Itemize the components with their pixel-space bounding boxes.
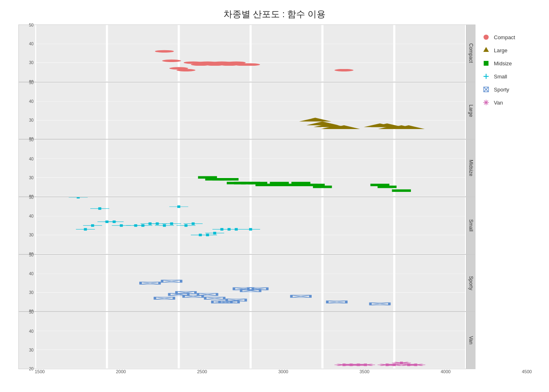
facet-svg-van	[35, 312, 466, 369]
facet-label-col-compact: Compact	[466, 25, 475, 82]
x-tick: 3500	[359, 369, 369, 374]
facet-plot-van	[35, 312, 466, 369]
facet-label-col-sporty: Sporty	[466, 255, 475, 312]
x-tick: 4000	[441, 369, 451, 374]
legend-item: Large	[482, 46, 515, 55]
y-tick-30: 30	[29, 60, 33, 65]
facet-svg-small	[35, 197, 466, 254]
legend: CompactLargeMidsize Small Sporty Van	[475, 24, 541, 369]
legend-label: Midsize	[494, 60, 512, 67]
y-tick-50: 50	[29, 310, 33, 314]
x-tick: 3000	[278, 369, 288, 374]
legend-label: Van	[494, 100, 503, 106]
facet-svg-sporty	[35, 255, 466, 312]
facet-compact: 50403020Compact	[18, 24, 475, 82]
facet-van: 50403020Van	[18, 312, 475, 369]
y-tick-30: 30	[29, 347, 33, 352]
legend-icon-van	[482, 98, 491, 107]
x-tick: 1500	[35, 369, 45, 374]
facet-plot-small	[35, 197, 466, 254]
legend-item: Van	[482, 98, 515, 107]
facet-svg-compact	[35, 25, 466, 82]
legend-item: Sporty	[482, 85, 515, 94]
facet-plot-midsize	[35, 140, 466, 196]
legend-label: Large	[494, 47, 507, 53]
y-tick-40: 40	[29, 156, 33, 161]
y-tick-40: 40	[29, 271, 33, 276]
y-tick-50: 50	[29, 80, 33, 85]
y-tick-50: 50	[29, 138, 33, 142]
facet-plot-large	[35, 82, 466, 139]
x-tick: 2500	[197, 369, 207, 374]
facet-svg-large	[35, 82, 466, 139]
data-point	[176, 69, 195, 71]
y-tick-30: 30	[29, 290, 33, 295]
data-point	[313, 186, 332, 188]
legend-item: Midsize	[482, 59, 515, 68]
facet-label-col-small: Small	[466, 197, 475, 254]
data-point	[392, 189, 411, 192]
y-tick-50: 50	[29, 23, 33, 27]
y-tick-40: 40	[29, 42, 33, 46]
legend-item: Compact	[482, 33, 515, 42]
legend-icon-compact	[482, 33, 491, 42]
legend-icon-midsize	[482, 59, 491, 68]
facet-svg-midsize	[35, 140, 466, 196]
y-tick-20: 20	[29, 367, 33, 371]
legend-icon-large	[482, 46, 491, 55]
legend-icon-small	[482, 72, 491, 81]
y-tick-30: 30	[29, 118, 33, 122]
facet-label-col-van: Van	[466, 312, 475, 369]
facet-midsize: 50403020Midsize	[18, 139, 475, 197]
data-point	[162, 60, 181, 62]
chart-title: 차종별 산포도 : 함수 이용	[8, 8, 541, 20]
facet-plot-compact	[35, 25, 466, 82]
facet-label-large: Large	[468, 105, 474, 117]
facet-label-col-large: Large	[466, 82, 475, 139]
legend-label: Small	[494, 74, 507, 80]
facet-large: 50403020Large	[18, 82, 475, 140]
facet-label-midsize: Midsize	[468, 160, 474, 176]
data-point	[241, 63, 260, 66]
data-point	[220, 178, 239, 180]
svg-marker-73	[483, 47, 489, 52]
facet-label-compact: Compact	[468, 43, 474, 63]
facet-label-col-midsize: Midsize	[466, 140, 475, 196]
data-point	[335, 69, 353, 71]
y-tick-50: 50	[29, 252, 33, 257]
y-tick-40: 40	[29, 329, 33, 333]
legend-label: Compact	[494, 34, 515, 40]
x-tick: 2000	[116, 369, 126, 374]
legend-icon-sporty	[482, 85, 491, 94]
data-point	[377, 186, 396, 188]
y-tick-30: 30	[29, 175, 33, 180]
chart-container: 차종별 산포도 : 함수 이용 50403020Compact50403020L…	[0, 0, 549, 392]
data-point	[155, 50, 174, 53]
facet-small: 50403020Small	[18, 197, 475, 254]
facet-label-sporty: Sporty	[468, 276, 474, 290]
y-tick-40: 40	[29, 99, 33, 103]
y-tick-30: 30	[29, 233, 33, 237]
legend-label: Sporty	[494, 87, 509, 93]
facet-label-van: Van	[468, 336, 474, 344]
y-tick-40: 40	[29, 214, 33, 218]
x-tick: 4500	[522, 369, 532, 374]
legend-item: Small	[482, 72, 515, 81]
svg-rect-74	[484, 61, 489, 66]
svg-point-72	[484, 35, 489, 40]
facet-plot-sporty	[35, 255, 466, 312]
y-axis-label	[8, 24, 16, 376]
facet-label-small: Small	[468, 219, 474, 232]
y-tick-50: 50	[29, 195, 33, 200]
facet-sporty: 50403020Sporty	[18, 254, 475, 312]
